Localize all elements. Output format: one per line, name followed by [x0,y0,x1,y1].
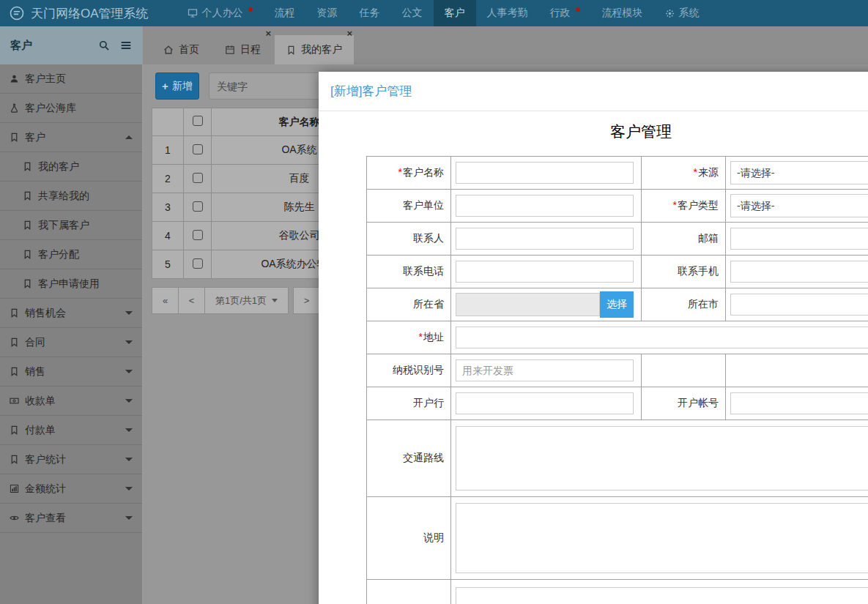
sidebar-item-shared-with-me[interactable]: 共享给我的 [0,182,142,211]
label-customer-name: *客户名称 [367,157,451,190]
sidebar-item-customer-view[interactable]: 客户查看 [0,504,142,533]
label-source: *来源 [642,157,726,190]
menu-workflow-module[interactable]: 流程模块 [591,0,654,26]
email-input[interactable] [730,228,868,250]
sidebar-item-customer-home[interactable]: 客户主页 [0,64,142,94]
bookmark-icon [23,279,32,288]
menu-resources[interactable]: 资源 [306,0,349,26]
tab-my-customers[interactable]: 我的客户 × [275,35,354,64]
bookmark-icon [286,45,296,55]
desktop-icon [188,8,198,18]
add-button[interactable]: + 新增 [155,72,199,100]
sidebar-item-my-customers[interactable]: 我的客户 [0,152,142,182]
banknote-icon [10,396,19,406]
sidebar-item-contract[interactable]: 合同 [0,328,142,357]
label-bank-account: 开户帐号 [642,387,726,420]
form-row: *客户名称 *来源 -请选择- [367,157,868,190]
menu-documents[interactable]: 公文 [391,0,434,26]
sidebar-item-customer-stats[interactable]: 客户统计 [0,445,142,474]
sidebar: 客户 客户主页 客户公海库 客户 我的客户 共享给我的 [0,26,143,604]
search-icon[interactable] [98,40,110,51]
menu-tasks[interactable]: 任务 [349,0,391,26]
pagination-first-button[interactable]: « [152,287,179,314]
sidebar-item-subordinate-customers[interactable]: 我下属客户 [0,211,142,240]
phone-input[interactable] [456,261,634,283]
close-icon[interactable]: × [346,28,352,39]
bookmark-icon [23,250,32,259]
bookmark-icon [10,367,19,376]
menu-administration[interactable]: 行政 [539,0,591,26]
row-checkbox[interactable] [193,258,203,269]
form-row: 联系人 邮箱 [367,223,868,256]
sidebar-item-customer[interactable]: 客户 [0,123,142,152]
chevron-down-icon [125,340,133,344]
menu-hr-attendance[interactable]: 人事考勤 [476,0,539,26]
sidebar-item-sales-opportunity[interactable]: 销售机会 [0,299,142,328]
top-menu: 个人办公 流程 资源 任务 公文 客户 人事考勤 行政 流程模块 系统 [177,0,711,26]
eye-icon [10,513,19,523]
description-textarea[interactable] [456,503,868,573]
notification-dot [576,7,580,12]
hamburger-menu-icon[interactable] [120,40,132,51]
form-row: 客户单位 *客户类型 -请选择- [367,190,868,223]
chevron-down-icon [125,487,133,491]
mobile-input[interactable] [730,261,868,283]
tab-home[interactable]: 首页 [152,35,211,64]
sidebar-item-customer-assignment[interactable]: 客户分配 [0,240,142,269]
form-row: 交通路线 [367,420,868,497]
row-checkbox[interactable] [193,173,203,183]
logo-bubble-icon [9,5,25,21]
city-input[interactable] [730,294,868,316]
label-contact: 联系人 [367,223,451,256]
customer-type-select[interactable]: -请选择- [730,194,868,217]
bar-chart-icon [10,484,19,493]
customer-unit-input[interactable] [456,195,634,217]
contact-input[interactable] [456,228,634,250]
menu-customers[interactable]: 客户 [434,0,476,26]
tab-schedule[interactable]: 日程 × [213,35,272,64]
source-select[interactable]: -请选择- [730,161,868,184]
label-customer-unit: 客户单位 [367,190,451,223]
bank-account-input[interactable] [730,392,868,414]
app-logo[interactable]: 天门网络OA管理系统 [0,0,157,26]
row-number: 3 [152,193,184,222]
sidebar-item-payment-slip[interactable]: 付款单 [0,416,142,445]
bookmark-icon [10,455,19,464]
label-bank: 开户行 [367,387,451,420]
tab-strip: 首页 日程 × 我的客户 × [143,26,868,64]
choose-province-button[interactable]: 选择 [600,291,634,318]
pagination-next-button[interactable]: > [293,287,320,314]
menu-workflow[interactable]: 流程 [264,0,306,26]
label-address: *地址 [367,321,451,354]
menu-personal-office[interactable]: 个人办公 [177,0,264,26]
sidebar-item-sales[interactable]: 销售 [0,357,142,387]
bank-input[interactable] [456,392,634,414]
address-input[interactable] [456,327,868,348]
home-icon [163,45,174,55]
sidebar-item-customer-pool[interactable]: 客户公海库 [0,94,142,123]
row-checkbox[interactable] [193,144,203,154]
close-icon[interactable]: × [265,28,271,39]
row-number: 1 [152,136,184,165]
extra-textarea[interactable] [456,587,868,604]
row-checkbox[interactable] [193,230,203,240]
sidebar-item-receipt-slip[interactable]: 收款单 [0,387,142,416]
form-row: 开户行 开户帐号 [367,387,868,420]
modal-title: [新增]客户管理 [319,72,868,111]
chevron-down-icon [125,370,133,373]
customer-name-input[interactable] [456,162,634,184]
label-description: 说明 [367,497,451,580]
chevron-down-icon [125,458,133,461]
select-all-checkbox[interactable] [193,116,203,126]
row-checkbox[interactable] [193,201,203,212]
pagination-prev-button[interactable]: < [178,287,205,314]
pagination-page-select[interactable]: 第1页/共1页 [204,287,289,314]
sidebar-item-customer-apply[interactable]: 客户申请使用 [0,269,142,299]
menu-system[interactable]: 系统 [654,0,711,26]
form-row: 联系电话 联系手机 [367,256,868,288]
bookmark-icon [10,338,19,347]
calendar-icon [225,45,235,55]
sidebar-item-amount-stats[interactable]: 金额统计 [0,474,142,504]
traffic-route-textarea[interactable] [456,426,868,491]
tax-id-input[interactable] [456,359,634,381]
